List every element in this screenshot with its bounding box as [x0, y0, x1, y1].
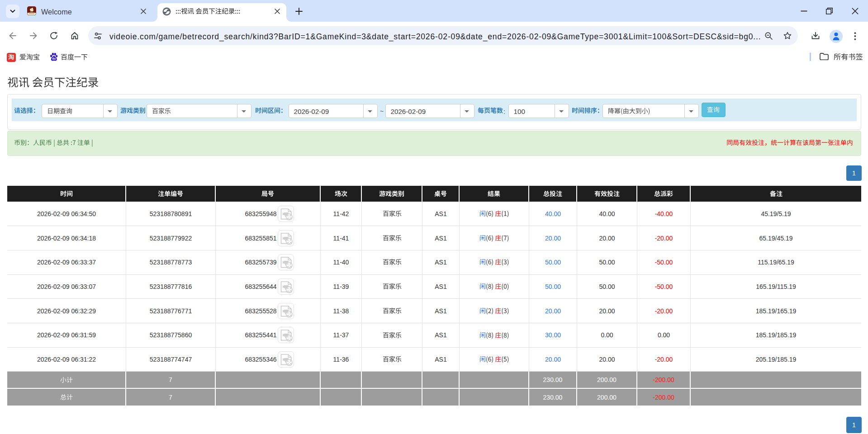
- svg-text:du: du: [52, 57, 56, 60]
